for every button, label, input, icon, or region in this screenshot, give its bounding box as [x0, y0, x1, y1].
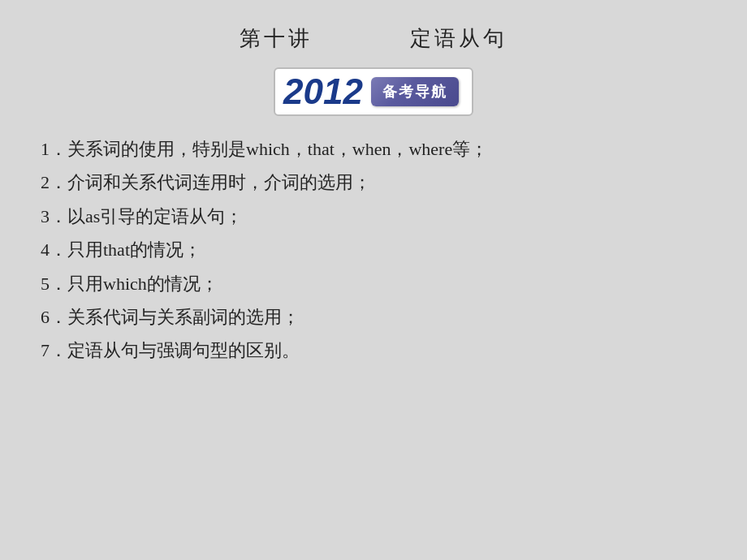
- banner-area: 2012 备考导航: [24, 67, 723, 116]
- list-item-text: 关系代词与关系副词的选用；: [67, 302, 300, 332]
- list-item-text: 只用which的情况；: [67, 269, 218, 299]
- banner-year: 2012: [283, 74, 363, 110]
- list-item-num: 7．: [41, 335, 67, 365]
- list-item: 2．介词和关系代词连用时，介词的选用；: [41, 167, 723, 197]
- list-item: 4．只用that的情况；: [41, 235, 723, 265]
- list-item-text: 关系词的使用，特别是which，that，when，where等；: [67, 134, 488, 164]
- banner: 2012 备考导航: [274, 67, 473, 116]
- header-right-title: 定语从句: [410, 24, 507, 53]
- list-item-num: 4．: [41, 235, 67, 265]
- banner-badge: 备考导航: [371, 77, 459, 106]
- content-list: 1．关系词的使用，特别是which，that，when，where等；2．介词和…: [24, 134, 723, 369]
- list-item-num: 3．: [41, 201, 67, 231]
- list-item-text: 介词和关系代词连用时，介词的选用；: [67, 167, 371, 197]
- header-left-title: 第十讲: [240, 24, 313, 53]
- list-item-num: 6．: [41, 302, 67, 332]
- list-item: 6．关系代词与关系副词的选用；: [41, 302, 723, 332]
- list-item: 7．定语从句与强调句型的区别。: [41, 335, 723, 365]
- list-item-text: 以as引导的定语从句；: [67, 201, 243, 231]
- list-item-num: 1．: [41, 134, 67, 164]
- list-item-text: 只用that的情况；: [67, 235, 201, 265]
- list-item-text: 定语从句与强调句型的区别。: [67, 335, 300, 365]
- list-item: 1．关系词的使用，特别是which，that，when，where等；: [41, 134, 723, 164]
- list-item: 3．以as引导的定语从句；: [41, 201, 723, 231]
- header: 第十讲 定语从句: [24, 16, 723, 53]
- main-page: 第十讲 定语从句 2012 备考导航 1．关系词的使用，特别是which，tha…: [0, 0, 747, 560]
- list-item-num: 5．: [41, 269, 67, 299]
- list-item-num: 2．: [41, 167, 67, 197]
- list-item: 5．只用which的情况；: [41, 269, 723, 299]
